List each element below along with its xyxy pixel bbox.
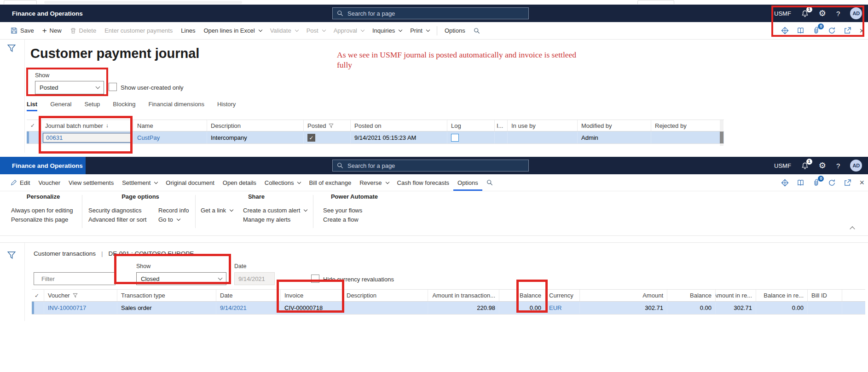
original-document-button[interactable]: Original document bbox=[162, 174, 219, 191]
post-button[interactable]: Post bbox=[302, 22, 330, 39]
personalize-this-page-button[interactable]: Personalize this page bbox=[11, 216, 68, 223]
edit-button[interactable]: Edit bbox=[6, 174, 34, 191]
lines-button[interactable]: Lines bbox=[177, 22, 199, 39]
company-picker[interactable]: USMF bbox=[774, 10, 791, 17]
col-header-transaction-type[interactable]: Transaction type bbox=[117, 290, 216, 301]
tab-setup[interactable]: Setup bbox=[84, 101, 100, 111]
cell-date[interactable]: 9/14/2021 bbox=[216, 302, 281, 314]
col-header-in-use-by[interactable]: In use by bbox=[508, 120, 578, 131]
cash-flow-forecasts-button[interactable]: Cash flow forecasts bbox=[393, 174, 453, 191]
cell-currency[interactable]: EUR bbox=[545, 302, 580, 314]
see-your-flows-button[interactable]: See your flows bbox=[323, 207, 362, 214]
transaction-row[interactable]: INV-10000717 Sales order 9/14/2021 CIV-0… bbox=[32, 302, 865, 314]
create-a-flow-button[interactable]: Create a flow bbox=[323, 216, 359, 223]
col-header-balance[interactable]: Balance bbox=[499, 290, 545, 301]
cell-rejected-by[interactable] bbox=[651, 132, 724, 143]
col-header-name[interactable]: Name bbox=[133, 120, 207, 131]
enter-customer-payments-button[interactable]: Enter customer payments bbox=[100, 22, 177, 39]
notifications-button[interactable]: 1 bbox=[801, 10, 809, 17]
search-input[interactable] bbox=[347, 10, 524, 17]
record-info-button[interactable]: Record info bbox=[158, 207, 189, 214]
cell-posted[interactable]: ✓ bbox=[304, 132, 351, 143]
view-settlements-button[interactable]: View settlements bbox=[64, 174, 118, 191]
delete-button[interactable]: Delete bbox=[66, 22, 101, 39]
voucher-button[interactable]: Voucher bbox=[34, 174, 64, 191]
cell-in-use-by[interactable] bbox=[508, 132, 578, 143]
col-header-balance-in-re[interactable]: Balance in re... bbox=[756, 290, 808, 301]
col-header-posted[interactable]: Posted bbox=[304, 120, 351, 131]
settlement-button[interactable]: Settlement bbox=[118, 174, 162, 191]
col-header-invoice[interactable]: Invoice bbox=[281, 290, 343, 301]
search-input[interactable] bbox=[347, 162, 524, 170]
refresh-icon[interactable] bbox=[828, 179, 836, 187]
page-search-box[interactable] bbox=[332, 160, 529, 172]
filter-funnel-icon[interactable] bbox=[7, 251, 16, 260]
filter-input[interactable] bbox=[41, 275, 123, 283]
cell-log[interactable] bbox=[447, 132, 495, 143]
show-user-created-only-checkbox[interactable] bbox=[109, 83, 117, 91]
cell-bill-id[interactable] bbox=[808, 302, 842, 314]
col-header-currency[interactable]: Currency bbox=[545, 290, 580, 301]
col-header-posted-on[interactable]: Posted on bbox=[351, 120, 447, 131]
col-header-description[interactable]: Description bbox=[343, 290, 428, 301]
col-header-date[interactable]: Date bbox=[216, 290, 281, 301]
always-open-for-editing-button[interactable]: Always open for editing bbox=[11, 207, 73, 214]
col-header-amount-in-re[interactable]: Amount in re... bbox=[716, 290, 756, 301]
col-header-log[interactable]: Log bbox=[447, 120, 495, 131]
company-picker[interactable]: USMF bbox=[774, 162, 791, 169]
settings-gear-icon[interactable]: ⚙ bbox=[819, 161, 826, 170]
row-select-cell[interactable] bbox=[32, 302, 44, 314]
posted-checkbox-checked[interactable]: ✓ bbox=[307, 134, 315, 142]
cell-amount-in-transaction[interactable]: 220.98 bbox=[428, 302, 499, 314]
notifications-button[interactable]: 1 bbox=[801, 162, 809, 170]
validate-button[interactable]: Validate bbox=[266, 22, 302, 39]
col-header-rejected-by[interactable]: Rejected by bbox=[651, 120, 724, 131]
open-in-new-window-icon[interactable] bbox=[844, 179, 851, 187]
cell-transaction-type[interactable]: Sales order bbox=[117, 302, 216, 314]
app-title[interactable]: Finance and Operations bbox=[12, 5, 83, 22]
page-search-box[interactable] bbox=[332, 7, 529, 19]
cell-modified-by[interactable]: Admin bbox=[578, 132, 651, 143]
avatar[interactable]: AD bbox=[850, 7, 862, 19]
find-button[interactable] bbox=[482, 174, 497, 191]
cell-name[interactable]: CustPay bbox=[133, 132, 207, 143]
journal-row[interactable]: 00631 CustPay Intercompany ✓ 9/14/2021 0… bbox=[27, 132, 724, 143]
col-header-bill-id[interactable]: Bill ID bbox=[808, 290, 842, 301]
cell-invoice[interactable]: CIV-00000718 bbox=[281, 302, 343, 314]
tab-blocking[interactable]: Blocking bbox=[113, 101, 135, 111]
cell-balance-in-re[interactable]: 0.00 bbox=[756, 302, 808, 314]
attachments-button[interactable]: 0 bbox=[812, 27, 820, 34]
avatar[interactable]: AD bbox=[850, 160, 862, 172]
create-a-custom-alert-button[interactable]: Create a custom alert bbox=[243, 207, 307, 214]
tab-financial-dimensions[interactable]: Financial dimensions bbox=[149, 101, 204, 111]
app-menu-button[interactable]: Finance and Operations bbox=[0, 157, 86, 174]
cell-i[interactable] bbox=[495, 132, 508, 143]
close-icon[interactable]: × bbox=[859, 28, 864, 34]
cell-description[interactable]: Intercompany bbox=[207, 132, 304, 143]
select-all-column-header[interactable]: ✓ bbox=[32, 290, 44, 301]
collections-button[interactable]: Collections bbox=[260, 174, 305, 191]
close-icon[interactable]: × bbox=[859, 179, 864, 186]
bill-of-exchange-button[interactable]: Bill of exchange bbox=[305, 174, 355, 191]
advanced-filter-or-sort-button[interactable]: Advanced filter or sort bbox=[88, 216, 146, 223]
col-header-journal-batch-number[interactable]: Journal batch number↓ bbox=[41, 120, 133, 131]
reverse-button[interactable]: Reverse bbox=[355, 174, 393, 191]
settings-gear-icon[interactable]: ⚙ bbox=[819, 9, 826, 17]
col-header-amount[interactable]: Amount bbox=[580, 290, 667, 301]
security-diagnostics-button[interactable]: Security diagnostics bbox=[88, 207, 142, 214]
journal-batch-number-link[interactable]: 00631 bbox=[43, 133, 132, 143]
office-book-icon[interactable] bbox=[797, 27, 804, 34]
log-checkbox-unchecked[interactable] bbox=[451, 134, 459, 142]
inquiries-button[interactable]: Inquiries bbox=[368, 22, 406, 39]
cell-description[interactable] bbox=[343, 302, 428, 314]
date-field-disabled[interactable]: 9/14/2021 bbox=[234, 272, 275, 285]
col-header-voucher[interactable]: Voucher bbox=[44, 290, 117, 301]
options-button[interactable]: Options bbox=[440, 22, 469, 39]
cell-journal-batch-number[interactable]: 00631 bbox=[41, 132, 133, 143]
hide-currency-revaluations-checkbox[interactable] bbox=[311, 275, 319, 283]
help-button[interactable]: ? bbox=[836, 162, 840, 170]
dynamics-diamond-icon[interactable] bbox=[781, 179, 789, 187]
save-button[interactable]: Save bbox=[6, 22, 38, 39]
filter-box[interactable] bbox=[34, 272, 116, 285]
approval-button[interactable]: Approval bbox=[330, 22, 368, 39]
